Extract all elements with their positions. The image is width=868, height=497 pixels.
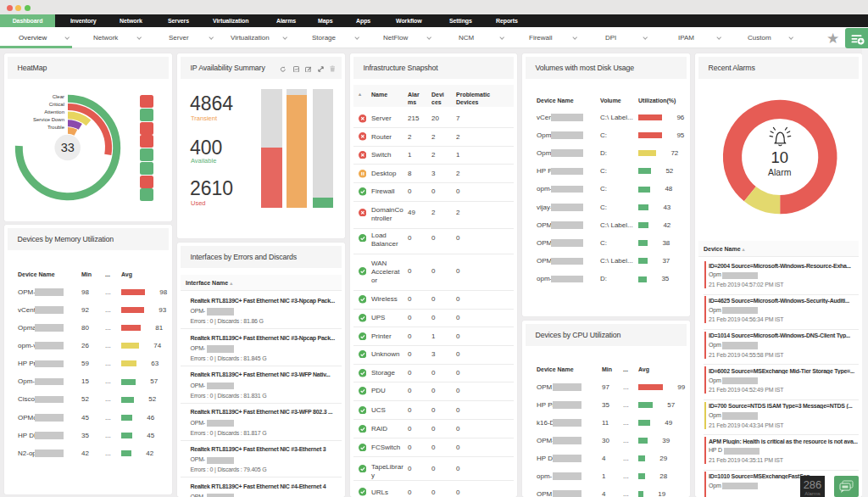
svg-text:33: 33 [61, 141, 75, 154]
svg-text:10: 10 [771, 148, 788, 166]
svg-text:Alarm: Alarm [768, 167, 792, 177]
